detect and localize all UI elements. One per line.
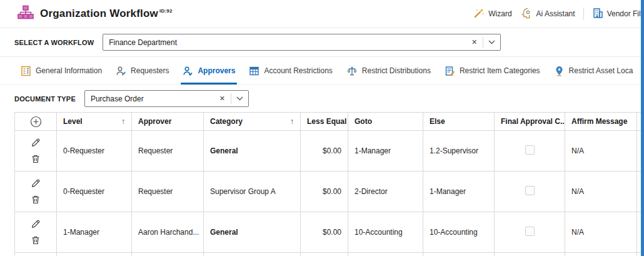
cell-final-approval (495, 253, 565, 256)
ai-assistant-icon (520, 7, 533, 21)
column-header-final-approval[interactable]: Final Approval C... (495, 113, 565, 131)
org-chart-icon (18, 5, 34, 23)
cell-else (423, 253, 495, 256)
approvers-table: Level↑ApproverCategory↑Less EqualGotoEls… (14, 112, 641, 256)
tab-label: Restrict Distributions (362, 66, 431, 75)
tab-restrict-asset-loca[interactable]: Restrict Asset Loca (552, 57, 635, 84)
header: Organization WorkflowID:92 Wizard Ai Ass… (0, 0, 644, 28)
column-header-goto[interactable]: Goto (348, 113, 423, 131)
cell-approver: Requester (132, 131, 204, 172)
sort-asc-icon: ↑ (290, 117, 294, 126)
vendor-filter-button[interactable]: Vendor Filt (592, 8, 643, 21)
cell-level (57, 253, 132, 256)
wand-icon (473, 8, 485, 21)
workflow-id-badge: ID:92 (159, 8, 173, 14)
cell-actions (15, 212, 57, 253)
tab-restrict-item-categories[interactable]: Restrict Item Categories (443, 57, 542, 84)
cell-else: 1.2-Supervisor (423, 131, 495, 172)
cell-affirm-message: N/A (565, 212, 637, 253)
cell-actions (15, 253, 57, 256)
workflow-selector-row: SELECT A WORKFLOW Finance Department ✕ (0, 28, 644, 56)
cell-goto: 10-Accounting (348, 212, 423, 253)
cell-level: 0-Requester (57, 131, 132, 172)
tab-approvers[interactable]: Approvers (181, 57, 237, 84)
cell-goto: 2-Director (348, 172, 423, 212)
cell-less-equal (301, 253, 348, 256)
cell-goto (348, 253, 423, 256)
document-type-label: DOCUMENT TYPE (14, 95, 76, 103)
cell-actions (15, 172, 57, 212)
cell-else: 10-Accounting (423, 212, 495, 253)
workflow-combobox[interactable]: Finance Department ✕ (103, 34, 501, 51)
cell-else: 1-Manager (423, 172, 495, 212)
cell-less-equal: $0.00 (301, 172, 348, 212)
tab-account-restrictions[interactable]: Account Restrictions (247, 57, 334, 84)
column-header-else[interactable]: Else (423, 113, 495, 131)
table-row: 0-RequesterRequesterSupervisor Group A$0… (15, 172, 641, 212)
cell-category (204, 253, 301, 256)
cell-level: 1-Manager (57, 212, 132, 253)
column-header-affirm-message[interactable]: Affirm Message (565, 113, 637, 131)
cell-category: General (204, 212, 301, 253)
tab-label: Approvers (198, 66, 235, 75)
column-label: Goto (355, 117, 372, 126)
column-header-category[interactable]: Category↑ (204, 113, 301, 131)
select-workflow-label: SELECT A WORKFLOW (14, 39, 94, 46)
tab-label: General Information (36, 66, 102, 75)
edit-row-button[interactable] (31, 178, 41, 188)
tab-label: Restrict Asset Loca (569, 66, 633, 75)
requester-person-icon (116, 66, 126, 76)
right-edge-panel (641, 0, 644, 256)
add-row-button[interactable] (30, 116, 42, 128)
delete-row-button[interactable] (31, 195, 41, 205)
document-type-row: DOCUMENT TYPE Purchase Order ✕ (0, 85, 644, 112)
column-header-level[interactable]: Level↑ (57, 113, 132, 131)
column-label: Category (210, 117, 243, 126)
cell-final-approval (495, 131, 565, 172)
chevron-down-icon[interactable] (483, 40, 500, 44)
cell-category: General (204, 131, 301, 172)
clear-icon[interactable]: ✕ (214, 95, 231, 103)
column-label: Approver (138, 117, 171, 126)
wizard-label: Wizard (488, 9, 511, 18)
delete-row-button[interactable] (31, 154, 41, 164)
cell-goto: 1-Manager (348, 131, 423, 172)
tab-label: Requesters (131, 66, 169, 75)
account-table-icon (249, 66, 259, 76)
final-approval-checkbox[interactable] (525, 186, 535, 195)
column-label: Level (63, 117, 83, 126)
header-divider (583, 8, 584, 20)
scales-icon (346, 66, 358, 76)
column-label: Less Equal (307, 117, 346, 126)
header-actions: Wizard Ai Assistant Vendor Filt (473, 7, 643, 21)
tab-general-information[interactable]: General Information (19, 57, 104, 84)
column-header-less-equal[interactable]: Less Equal (301, 113, 348, 131)
column-label: Affirm Message (571, 117, 627, 126)
chevron-down-icon[interactable] (231, 96, 248, 101)
cell-affirm-message (565, 253, 637, 256)
wizard-button[interactable]: Wizard (473, 8, 511, 21)
cell-final-approval (495, 212, 565, 253)
delete-row-button[interactable] (31, 235, 41, 245)
workflow-combobox-value: Finance Department (109, 38, 466, 47)
tab-restrict-distributions[interactable]: Restrict Distributions (345, 57, 433, 84)
page-title: Organization WorkflowID:92 (40, 8, 173, 20)
table-row: 0-RequesterRequesterGeneral$0.001-Manage… (15, 131, 641, 172)
cell-approver: Aaron Harchand... (132, 212, 204, 253)
tab-requesters[interactable]: Requesters (114, 57, 171, 84)
ai-assistant-button[interactable]: Ai Assistant (520, 7, 575, 21)
edit-row-button[interactable] (31, 219, 41, 229)
tab-bar: General InformationRequestersApproversAc… (0, 57, 644, 85)
document-type-combobox[interactable]: Purchase Order ✕ (84, 90, 249, 107)
title-group: Organization WorkflowID:92 (18, 5, 173, 23)
approver-person-icon (183, 66, 193, 76)
cell-approver (132, 253, 204, 256)
clear-icon[interactable]: ✕ (466, 38, 483, 46)
column-label: Else (430, 117, 445, 126)
final-approval-checkbox[interactable] (525, 227, 535, 236)
column-header-approver[interactable]: Approver (132, 113, 204, 131)
ai-assistant-label: Ai Assistant (536, 9, 575, 18)
edit-row-button[interactable] (31, 138, 41, 148)
final-approval-checkbox[interactable] (525, 145, 535, 155)
location-pin-icon (554, 66, 565, 76)
